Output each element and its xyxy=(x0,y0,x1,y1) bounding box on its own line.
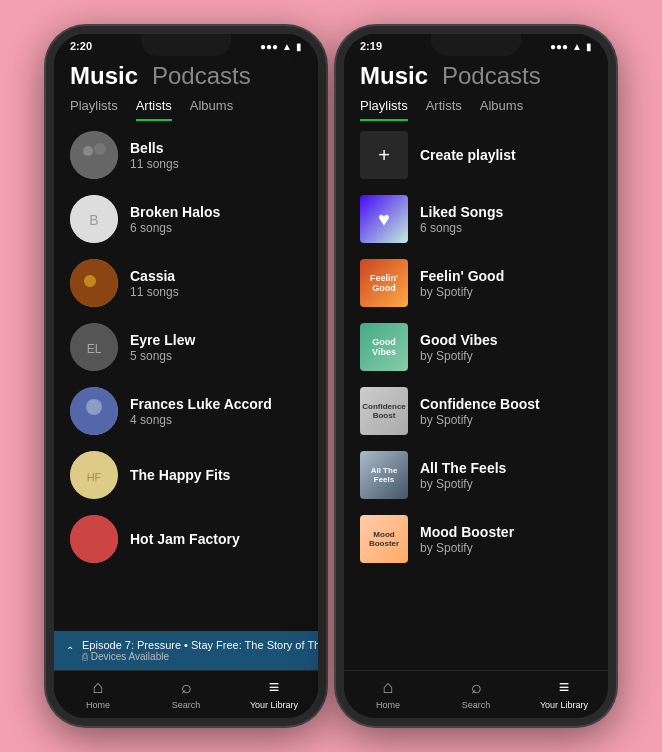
list-item[interactable]: B Broken Halos 6 songs xyxy=(54,187,318,251)
list-item[interactable]: Confidence Boost Confidence Boost by Spo… xyxy=(344,379,608,443)
item-info-goodvibes: Good Vibes by Spotify xyxy=(420,332,592,363)
status-icons-1: ●●● ▲ ▮ xyxy=(260,41,302,52)
nav-home-2[interactable]: ⌂ Home xyxy=(344,677,432,710)
artist-name-broken: Broken Halos xyxy=(130,204,302,220)
liked-songs-thumb: ♥ xyxy=(360,195,408,243)
svg-text:EL: EL xyxy=(87,342,102,356)
item-info-liked: Liked Songs 6 songs xyxy=(420,204,592,235)
now-playing-bar[interactable]: ⌃ Episode 7: Pressure • Stay Free: The S… xyxy=(54,631,318,670)
item-info-create: Create playlist xyxy=(420,147,592,163)
mood-booster-label: Mood Booster xyxy=(420,524,592,540)
artist-thumb-hot xyxy=(70,515,118,563)
svg-point-10 xyxy=(86,399,102,415)
list-item[interactable]: HF The Happy Fits xyxy=(54,443,318,507)
tab-albums-1[interactable]: Albums xyxy=(190,98,233,121)
artist-thumb-happy: HF xyxy=(70,451,118,499)
item-info-bells: Bells 11 songs xyxy=(130,140,302,171)
bottom-nav-2: ⌂ Home ⌕ Search ≡ Your Library xyxy=(344,670,608,718)
feelin-good-thumb: Feelin' Good xyxy=(360,259,408,307)
artist-thumb-cassia xyxy=(70,259,118,307)
tab-playlists-1[interactable]: Playlists xyxy=(70,98,118,121)
svg-text:B: B xyxy=(89,212,98,228)
liked-songs-label: Liked Songs xyxy=(420,204,592,220)
artist-thumb-bells xyxy=(70,131,118,179)
list-item[interactable]: EL Eyre Llew 5 songs xyxy=(54,315,318,379)
home-icon-1: ⌂ xyxy=(93,677,104,698)
nav-home-label-1: Home xyxy=(86,700,110,710)
signal-icon-2: ●●● xyxy=(550,41,568,52)
battery-icon-1: ▮ xyxy=(296,41,302,52)
artist-name-hot: Hot Jam Factory xyxy=(130,531,302,547)
now-playing-info: Episode 7: Pressure • Stay Free: The Sto… xyxy=(82,639,318,662)
search-icon-2: ⌕ xyxy=(471,677,482,698)
tab-albums-2[interactable]: Albums xyxy=(480,98,523,121)
status-time-2: 2:19 xyxy=(360,40,382,52)
tabs-2: Playlists Artists Albums xyxy=(360,98,592,123)
nav-library-1[interactable]: ≡ Your Library xyxy=(230,677,318,710)
liked-songs-item[interactable]: ♥ Liked Songs 6 songs xyxy=(344,187,608,251)
nav-search-label-2: Search xyxy=(462,700,491,710)
artists-list: Bells 11 songs B Broken Halos 6 songs xyxy=(54,123,318,631)
item-info-frances: Frances Luke Accord 4 songs xyxy=(130,396,302,427)
artist-name-eyre: Eyre Llew xyxy=(130,332,302,348)
artist-name-bells: Bells xyxy=(130,140,302,156)
mood-booster-sub: by Spotify xyxy=(420,541,592,555)
list-item[interactable]: Feelin' Good Feelin' Good by Spotify xyxy=(344,251,608,315)
good-vibes-label: Good Vibes xyxy=(420,332,592,348)
confidence-boost-label: Confidence Boost xyxy=(420,396,592,412)
all-the-feels-thumb: All The Feels xyxy=(360,451,408,499)
svg-text:HF: HF xyxy=(87,471,102,483)
heart-icon: ♥ xyxy=(378,208,390,231)
feelin-good-label: Feelin' Good xyxy=(420,268,592,284)
now-playing-sub: ⎙ Devices Available xyxy=(82,651,318,662)
tab-artists-2[interactable]: Artists xyxy=(426,98,462,121)
tab-artists-1[interactable]: Artists xyxy=(136,98,172,121)
good-vibes-thumb: Good Vibes xyxy=(360,323,408,371)
nav-search-2[interactable]: ⌕ Search xyxy=(432,677,520,710)
plus-icon: + xyxy=(378,144,390,167)
artist-songs-broken: 6 songs xyxy=(130,221,302,235)
status-bar-2: 2:19 ●●● ▲ ▮ xyxy=(344,34,608,54)
svg-point-13 xyxy=(70,515,118,563)
tab-playlists-2[interactable]: Playlists xyxy=(360,98,408,121)
create-playlist-item[interactable]: + Create playlist xyxy=(344,123,608,187)
status-icons-2: ●●● ▲ ▮ xyxy=(550,41,592,52)
feelin-good-sub: by Spotify xyxy=(420,285,592,299)
app-header-1: Music Podcasts Playlists Artists Albums xyxy=(54,54,318,123)
nav-library-label-2: Your Library xyxy=(540,700,588,710)
create-playlist-label: Create playlist xyxy=(420,147,592,163)
wifi-icon-2: ▲ xyxy=(572,41,582,52)
liked-songs-sub: 6 songs xyxy=(420,221,592,235)
nav-search-1[interactable]: ⌕ Search xyxy=(142,677,230,710)
artist-songs-bells: 11 songs xyxy=(130,157,302,171)
list-item[interactable]: Cassia 11 songs xyxy=(54,251,318,315)
list-item[interactable]: All The Feels All The Feels by Spotify xyxy=(344,443,608,507)
svg-point-2 xyxy=(94,143,106,155)
mood-booster-thumb: Mood Booster xyxy=(360,515,408,563)
chevron-up-icon: ⌃ xyxy=(66,645,74,656)
list-item[interactable]: Hot Jam Factory xyxy=(54,507,318,571)
list-item[interactable]: Bells 11 songs xyxy=(54,123,318,187)
artist-name-cassia: Cassia xyxy=(130,268,302,284)
all-the-feels-sub: by Spotify xyxy=(420,477,592,491)
tabs-1: Playlists Artists Albums xyxy=(70,98,302,123)
list-item[interactable]: Frances Luke Accord 4 songs xyxy=(54,379,318,443)
list-item[interactable]: Good Vibes Good Vibes by Spotify xyxy=(344,315,608,379)
nav-library-2[interactable]: ≡ Your Library xyxy=(520,677,608,710)
artist-songs-frances: 4 songs xyxy=(130,413,302,427)
nav-library-label-1: Your Library xyxy=(250,700,298,710)
library-icon-2: ≡ xyxy=(559,677,570,698)
artist-songs-cassia: 11 songs xyxy=(130,285,302,299)
nav-home-1[interactable]: ⌂ Home xyxy=(54,677,142,710)
item-info-eyre: Eyre Llew 5 songs xyxy=(130,332,302,363)
item-info-happy: The Happy Fits xyxy=(130,467,302,484)
item-info-feelin: Feelin' Good by Spotify xyxy=(420,268,592,299)
list-item[interactable]: Mood Booster Mood Booster by Spotify xyxy=(344,507,608,571)
artist-name-happy: The Happy Fits xyxy=(130,467,302,483)
item-info-broken: Broken Halos 6 songs xyxy=(130,204,302,235)
artist-name-frances: Frances Luke Accord xyxy=(130,396,302,412)
svg-point-6 xyxy=(84,275,96,287)
status-time-1: 2:20 xyxy=(70,40,92,52)
artist-songs-eyre: 5 songs xyxy=(130,349,302,363)
status-bar-1: 2:20 ●●● ▲ ▮ xyxy=(54,34,318,54)
